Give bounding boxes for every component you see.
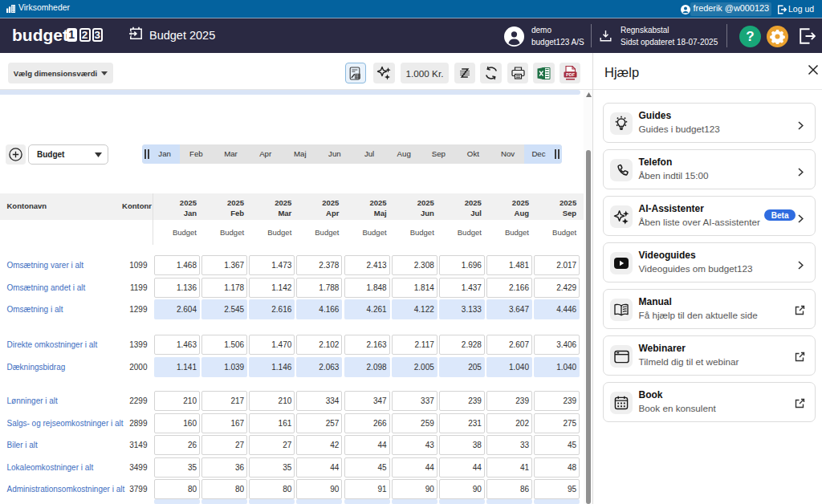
svg-text:PDF: PDF	[566, 72, 576, 77]
